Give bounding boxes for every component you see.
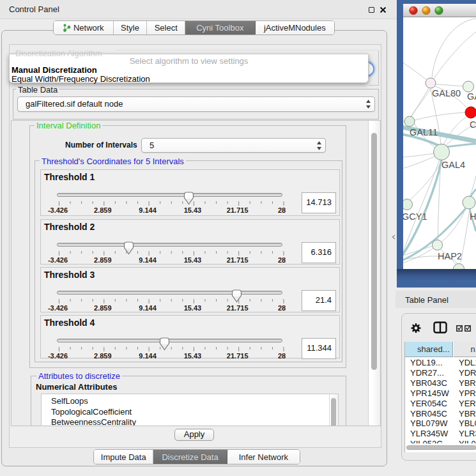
svg-text:HAP2: HAP2 <box>438 251 462 261</box>
svg-text:GCY1: GCY1 <box>403 211 427 222</box>
svg-text:GAL4: GAL4 <box>441 160 465 170</box>
svg-text:C: C <box>470 119 476 130</box>
svg-text:GAL11: GAL11 <box>410 127 438 137</box>
svg-text:GAL80: GAL80 <box>432 88 461 98</box>
svg-text:GA: GA <box>467 91 476 102</box>
svg-text:H: H <box>470 211 476 222</box>
